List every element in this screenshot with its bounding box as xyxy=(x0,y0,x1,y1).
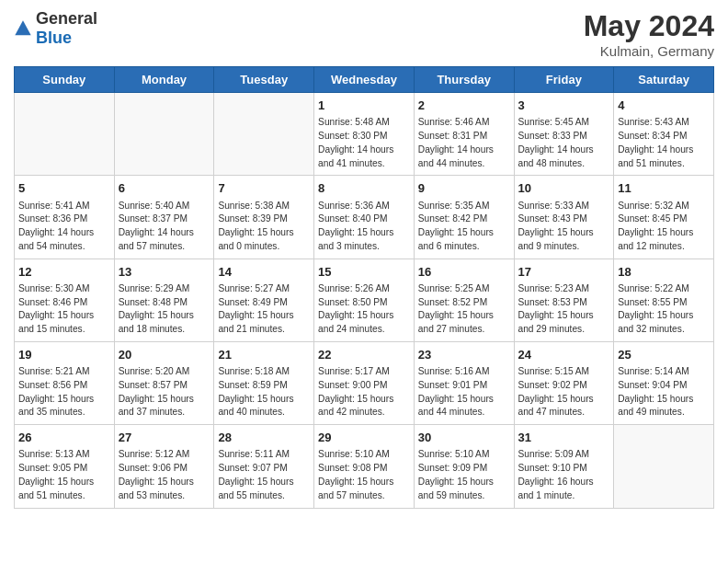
day-info: Sunrise: 5:36 AM Sunset: 8:40 PM Dayligh… xyxy=(318,200,410,254)
calendar-cell: 29Sunrise: 5:10 AM Sunset: 9:08 PM Dayli… xyxy=(314,425,415,508)
day-info: Sunrise: 5:29 AM Sunset: 8:48 PM Dayligh… xyxy=(119,282,210,337)
day-number: 7 xyxy=(218,180,310,197)
day-number: 9 xyxy=(418,180,510,197)
day-number: 6 xyxy=(119,180,210,197)
calendar-cell xyxy=(15,93,115,176)
day-info: Sunrise: 5:10 AM Sunset: 9:08 PM Dayligh… xyxy=(318,448,410,502)
calendar-cell: 5Sunrise: 5:41 AM Sunset: 8:36 PM Daylig… xyxy=(15,176,115,259)
calendar-week-row: 26Sunrise: 5:13 AM Sunset: 9:05 PM Dayli… xyxy=(15,425,714,508)
day-info: Sunrise: 5:41 AM Sunset: 8:36 PM Dayligh… xyxy=(18,200,110,254)
day-number: 20 xyxy=(119,347,210,363)
day-number: 17 xyxy=(518,264,610,281)
day-number: 4 xyxy=(618,98,710,114)
day-info: Sunrise: 5:48 AM Sunset: 8:30 PM Dayligh… xyxy=(318,116,410,170)
day-number: 16 xyxy=(418,264,510,281)
day-number: 12 xyxy=(18,264,110,281)
calendar-cell: 22Sunrise: 5:17 AM Sunset: 9:00 PM Dayli… xyxy=(314,341,415,424)
day-number: 22 xyxy=(318,347,410,363)
day-number: 31 xyxy=(518,430,610,446)
day-info: Sunrise: 5:21 AM Sunset: 8:56 PM Dayligh… xyxy=(18,365,110,419)
calendar-cell: 7Sunrise: 5:38 AM Sunset: 8:39 PM Daylig… xyxy=(214,176,314,259)
calendar-cell: 26Sunrise: 5:13 AM Sunset: 9:05 PM Dayli… xyxy=(15,425,115,508)
calendar-cell: 2Sunrise: 5:46 AM Sunset: 8:31 PM Daylig… xyxy=(414,93,514,176)
calendar-cell xyxy=(614,425,714,508)
day-info: Sunrise: 5:12 AM Sunset: 9:06 PM Dayligh… xyxy=(119,448,210,502)
day-number: 13 xyxy=(119,264,210,281)
day-info: Sunrise: 5:32 AM Sunset: 8:45 PM Dayligh… xyxy=(618,200,710,254)
day-info: Sunrise: 5:23 AM Sunset: 8:53 PM Dayligh… xyxy=(518,282,610,337)
day-info: Sunrise: 5:16 AM Sunset: 9:01 PM Dayligh… xyxy=(418,365,510,419)
calendar-cell xyxy=(214,93,314,176)
calendar-header-row: SundayMondayTuesdayWednesdayThursdayFrid… xyxy=(15,67,714,93)
day-number: 18 xyxy=(618,264,710,281)
day-number: 11 xyxy=(618,180,710,197)
day-info: Sunrise: 5:30 AM Sunset: 8:46 PM Dayligh… xyxy=(18,282,110,337)
logo-blue: Blue xyxy=(36,29,72,47)
day-info: Sunrise: 5:43 AM Sunset: 8:34 PM Dayligh… xyxy=(618,116,710,170)
calendar-title: May 2024 xyxy=(584,9,714,43)
day-info: Sunrise: 5:26 AM Sunset: 8:50 PM Dayligh… xyxy=(318,282,410,337)
calendar-cell: 27Sunrise: 5:12 AM Sunset: 9:06 PM Dayli… xyxy=(114,425,214,508)
day-number: 27 xyxy=(119,430,210,446)
day-number: 21 xyxy=(218,347,310,363)
header-day: Wednesday xyxy=(314,67,415,93)
logo-general: General xyxy=(36,9,97,28)
calendar-subtitle: Kulmain, Germany xyxy=(584,43,714,59)
day-number: 28 xyxy=(218,430,310,446)
day-info: Sunrise: 5:20 AM Sunset: 8:57 PM Dayligh… xyxy=(119,365,210,419)
day-number: 15 xyxy=(318,264,410,281)
day-info: Sunrise: 5:35 AM Sunset: 8:42 PM Dayligh… xyxy=(418,200,510,254)
day-number: 29 xyxy=(318,430,410,446)
calendar-cell: 8Sunrise: 5:36 AM Sunset: 8:40 PM Daylig… xyxy=(314,176,415,259)
day-info: Sunrise: 5:45 AM Sunset: 8:33 PM Dayligh… xyxy=(518,116,610,170)
calendar-cell: 31Sunrise: 5:09 AM Sunset: 9:10 PM Dayli… xyxy=(514,425,614,508)
calendar-cell: 6Sunrise: 5:40 AM Sunset: 8:37 PM Daylig… xyxy=(114,176,214,259)
calendar-cell: 16Sunrise: 5:25 AM Sunset: 8:52 PM Dayli… xyxy=(414,259,514,341)
day-info: Sunrise: 5:18 AM Sunset: 8:59 PM Dayligh… xyxy=(218,365,310,419)
calendar-cell: 19Sunrise: 5:21 AM Sunset: 8:56 PM Dayli… xyxy=(15,341,115,424)
calendar-cell: 18Sunrise: 5:22 AM Sunset: 8:55 PM Dayli… xyxy=(614,259,714,341)
calendar-cell: 21Sunrise: 5:18 AM Sunset: 8:59 PM Dayli… xyxy=(214,341,314,424)
calendar-cell: 15Sunrise: 5:26 AM Sunset: 8:50 PM Dayli… xyxy=(314,259,415,341)
header-day: Thursday xyxy=(414,67,514,93)
calendar-week-row: 1Sunrise: 5:48 AM Sunset: 8:30 PM Daylig… xyxy=(15,93,714,176)
calendar-cell xyxy=(114,93,214,176)
day-info: Sunrise: 5:17 AM Sunset: 9:00 PM Dayligh… xyxy=(318,365,410,419)
header-day: Monday xyxy=(114,67,214,93)
calendar-table: SundayMondayTuesdayWednesdayThursdayFrid… xyxy=(14,66,714,509)
day-info: Sunrise: 5:38 AM Sunset: 8:39 PM Dayligh… xyxy=(218,200,310,254)
calendar-cell: 14Sunrise: 5:27 AM Sunset: 8:49 PM Dayli… xyxy=(214,259,314,341)
calendar-cell: 17Sunrise: 5:23 AM Sunset: 8:53 PM Dayli… xyxy=(514,259,614,341)
day-number: 23 xyxy=(418,347,510,363)
day-number: 1 xyxy=(318,98,410,114)
calendar-cell: 23Sunrise: 5:16 AM Sunset: 9:01 PM Dayli… xyxy=(414,341,514,424)
day-number: 8 xyxy=(318,180,410,197)
day-number: 10 xyxy=(518,180,610,197)
calendar-cell: 20Sunrise: 5:20 AM Sunset: 8:57 PM Dayli… xyxy=(114,341,214,424)
logo-icon xyxy=(14,19,32,38)
day-number: 24 xyxy=(518,347,610,363)
day-info: Sunrise: 5:25 AM Sunset: 8:52 PM Dayligh… xyxy=(418,282,510,337)
day-info: Sunrise: 5:11 AM Sunset: 9:07 PM Dayligh… xyxy=(218,448,310,502)
calendar-cell: 10Sunrise: 5:33 AM Sunset: 8:43 PM Dayli… xyxy=(514,176,614,259)
day-info: Sunrise: 5:27 AM Sunset: 8:49 PM Dayligh… xyxy=(218,282,310,337)
day-info: Sunrise: 5:15 AM Sunset: 9:02 PM Dayligh… xyxy=(518,365,610,419)
day-info: Sunrise: 5:10 AM Sunset: 9:09 PM Dayligh… xyxy=(418,448,510,502)
day-info: Sunrise: 5:46 AM Sunset: 8:31 PM Dayligh… xyxy=(418,116,510,170)
calendar-cell: 24Sunrise: 5:15 AM Sunset: 9:02 PM Dayli… xyxy=(514,341,614,424)
logo: General Blue xyxy=(14,9,97,48)
calendar-week-row: 19Sunrise: 5:21 AM Sunset: 8:56 PM Dayli… xyxy=(15,341,714,424)
calendar-cell: 30Sunrise: 5:10 AM Sunset: 9:09 PM Dayli… xyxy=(414,425,514,508)
day-number: 30 xyxy=(418,430,510,446)
header-day: Tuesday xyxy=(214,67,314,93)
calendar-week-row: 12Sunrise: 5:30 AM Sunset: 8:46 PM Dayli… xyxy=(15,259,714,341)
day-info: Sunrise: 5:09 AM Sunset: 9:10 PM Dayligh… xyxy=(518,448,610,502)
calendar-cell: 12Sunrise: 5:30 AM Sunset: 8:46 PM Dayli… xyxy=(15,259,115,341)
calendar-cell: 25Sunrise: 5:14 AM Sunset: 9:04 PM Dayli… xyxy=(614,341,714,424)
day-info: Sunrise: 5:13 AM Sunset: 9:05 PM Dayligh… xyxy=(18,448,110,502)
logo-text: General Blue xyxy=(36,9,97,48)
header: General Blue May 2024 Kulmain, Germany xyxy=(14,9,714,59)
day-number: 19 xyxy=(18,347,110,363)
svg-marker-0 xyxy=(15,20,30,35)
calendar-cell: 1Sunrise: 5:48 AM Sunset: 8:30 PM Daylig… xyxy=(314,93,415,176)
